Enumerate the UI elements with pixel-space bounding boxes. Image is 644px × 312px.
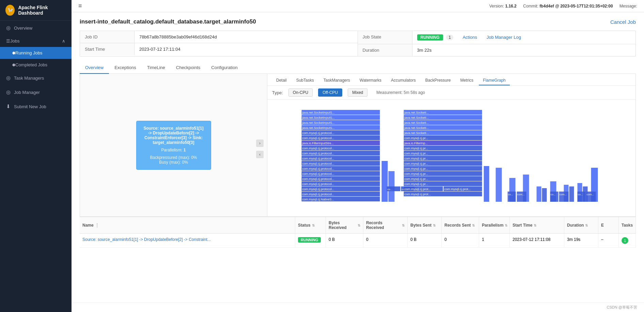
- svg-text:com.mysql.cj.protocol...: com.mysql.cj.protocol...: [302, 193, 334, 196]
- sidebar: 🐿 Apache Flink Dashboard ◎ Overview ☰ Jo…: [0, 0, 72, 312]
- col-e: E: [598, 217, 619, 233]
- sidebar-item-completed-jobs[interactable]: ⬤ Completed Jobs: [0, 59, 72, 71]
- svg-text:java.net.SocketInputS...: java.net.SocketInputS...: [302, 111, 335, 114]
- table-row: Source: source_alarminfo51[1] -> DropUpd…: [80, 234, 636, 248]
- job-node-title: Source: source_alarminfo51[1] -> DropUpd…: [143, 126, 205, 145]
- col-tasks: Tasks: [619, 217, 636, 233]
- sidebar-item-overview[interactable]: ◎ Overview: [0, 21, 72, 35]
- table-header: Name ⋮ Status ⇅ Bytes Received ⇅ Records…: [80, 217, 636, 234]
- job-state-value: RUNNING 1 Actions Job Manager Log: [412, 31, 636, 44]
- message-label: Message:: [619, 4, 637, 9]
- col-status: Status ⇅: [295, 217, 326, 233]
- svg-text:co...: co...: [508, 193, 513, 196]
- tab-timeline[interactable]: TimeLine: [142, 62, 171, 74]
- svg-text:com.mysql.cj.pr...: com.mysql.cj.pr...: [405, 162, 428, 165]
- status-sort-icon: ⇅: [312, 224, 315, 227]
- tab-metrics[interactable]: Metrics: [456, 76, 477, 85]
- commit-value: fb4d4ef @ 2023-05-17T12:01:35+02:00: [539, 4, 613, 9]
- start-time-row: Start Time 2023-07-12 17:11:04: [80, 43, 358, 55]
- tab-checkpoints[interactable]: Checkpoints: [171, 62, 206, 74]
- svg-text:co...: co...: [578, 193, 583, 196]
- type-on-cpu-button[interactable]: On-CPU: [288, 88, 313, 97]
- svg-text:com.mysql.cj.NativeS...: com.mysql.cj.NativeS...: [302, 198, 334, 201]
- sidebar-jobs-label: Jobs: [10, 38, 19, 44]
- sidebar-item-submit-new-job[interactable]: ⬇ Submit New Job: [0, 99, 72, 114]
- row-records-sent: 0: [442, 234, 479, 247]
- row-records-received: 0: [363, 234, 408, 247]
- tab-configuration[interactable]: Configuration: [206, 62, 243, 74]
- running-jobs-label: Running Jobs: [15, 50, 43, 55]
- tab-subtasks[interactable]: SubTasks: [292, 76, 318, 85]
- col-records-sent: Records Sent ⇅: [442, 217, 479, 233]
- arrow-up-button[interactable]: ›: [256, 139, 264, 147]
- start-time-label: Start Time: [80, 43, 135, 55]
- svg-text:com.mysql.cj.protocol...: com.mysql.cj.protocol...: [302, 187, 334, 191]
- job-graph-panel: Source: source_alarminfo51[1] -> DropUpd…: [80, 74, 267, 216]
- sidebar-item-label: Overview: [14, 26, 32, 31]
- type-label: Type:: [272, 90, 283, 95]
- col-records-received: Records Received ⇅: [363, 217, 408, 233]
- completed-jobs-label: Completed Jobs: [15, 62, 47, 67]
- svg-text:com.mysql.cj.pr...: com.mysql.cj.pr...: [405, 136, 428, 140]
- start-time-value: 2023-07-12 17:11:04: [135, 43, 358, 55]
- row-bytes-received: 0 B: [326, 234, 363, 247]
- detail-tabs: Detail SubTasks TaskManagers Watermarks …: [267, 74, 635, 86]
- sidebar-item-running-jobs[interactable]: ⬤ Running Jobs: [0, 47, 72, 59]
- col-bytes-sent: Bytes Sent ⇅: [408, 217, 442, 233]
- arrow-down-button[interactable]: ‹: [256, 151, 264, 158]
- row-name-link[interactable]: Source: source_alarminfo51[1] -> DropUpd…: [82, 237, 211, 242]
- svg-text:java.net.SocketI...: java.net.SocketI...: [404, 121, 429, 125]
- actions-link[interactable]: Actions: [462, 35, 477, 40]
- jm-log-link[interactable]: Job Manager Log: [487, 35, 521, 40]
- row-duration: 3m 19s: [564, 234, 598, 247]
- svg-text:com.mysql.cj.protocol...: com.mysql.cj.protocol...: [302, 152, 334, 155]
- job-node[interactable]: Source: source_alarminfo51[1] -> DropUpd…: [136, 121, 211, 170]
- flamegraph-controls: Type: On-CPU Off-CPU Mixed Measurement: …: [267, 86, 635, 100]
- svg-text:com.mysql.cj.protocol...: com.mysql.cj.protocol...: [302, 136, 334, 140]
- svg-rect-36: [382, 161, 388, 202]
- row-start-time: 2023-07-12 17:11:08: [510, 234, 564, 247]
- svg-text:com...: com...: [587, 193, 594, 196]
- job-state-label: Job State: [358, 31, 412, 44]
- task-managers-icon: ◎: [6, 75, 11, 81]
- sidebar-item-jobs[interactable]: ☰ Jobs ∧: [0, 35, 72, 47]
- busy-stat: Busy (max): 0%: [143, 160, 205, 165]
- svg-text:java.net.SocketI...: java.net.SocketI...: [404, 126, 429, 130]
- tab-flamegraph[interactable]: FlameGraph: [479, 76, 510, 85]
- svg-text:java.io.FilterInp...: java.io.FilterInp...: [404, 142, 428, 145]
- job-id-label: Job ID: [80, 31, 135, 43]
- col-name-menu[interactable]: ⋮: [95, 223, 99, 228]
- running-jobs-icon: ⬤: [12, 51, 15, 54]
- tab-accumulators[interactable]: Accumulators: [387, 76, 420, 85]
- svg-text:com.mysql.cj.protocol...: com.mysql.cj.protocol...: [302, 147, 334, 150]
- tab-taskmanagers[interactable]: TaskManagers: [319, 76, 354, 85]
- tab-overview[interactable]: Overview: [80, 62, 109, 74]
- type-off-cpu-button[interactable]: Off-CPU: [318, 88, 342, 97]
- tab-backpressure[interactable]: BackPressure: [421, 76, 455, 85]
- svg-text:com.mysql.cj.prot...: com.mysql.cj.prot...: [405, 187, 431, 191]
- svg-text:co...: co...: [388, 188, 393, 191]
- sidebar-item-task-managers[interactable]: ◎ Task Managers: [0, 71, 72, 85]
- main-panel: ≡ Version: 1.16.2 Commit: fb4d4ef @ 2023…: [72, 0, 644, 312]
- job-node-parallelism: Parallelism: 1: [143, 148, 205, 152]
- col-parallelism: Parallelism ⇅: [479, 217, 510, 233]
- type-mixed-button[interactable]: Mixed: [348, 88, 367, 97]
- svg-text:com.mysql.cj.protocol...: com.mysql.cj.protocol...: [302, 177, 334, 181]
- tab-watermarks[interactable]: Watermarks: [356, 76, 386, 85]
- tab-detail[interactable]: Detail: [272, 76, 291, 85]
- duration-label: Duration: [358, 44, 412, 56]
- menu-icon[interactable]: ≡: [78, 2, 82, 10]
- svg-text:com...: com...: [517, 193, 525, 196]
- col-name: Name ⋮: [80, 217, 295, 233]
- backpressured-stat: Backpressured (max): 0%: [143, 155, 205, 160]
- svg-text:java.net.SocketInputS...: java.net.SocketInputS...: [302, 121, 335, 125]
- svg-rect-82: [537, 186, 541, 202]
- completed-jobs-icon: ⬤: [12, 63, 15, 66]
- tab-exceptions[interactable]: Exceptions: [109, 62, 142, 74]
- version-value: 1.16.2: [505, 4, 516, 9]
- records-sent-sort-icon: ⇅: [472, 224, 475, 227]
- content-area: insert-into_default_catalog.default_data…: [72, 12, 644, 302]
- cancel-job-button[interactable]: Cancel Job: [610, 19, 636, 25]
- sidebar-item-job-manager[interactable]: ◎ Job Manager: [0, 85, 72, 99]
- row-status-badge: RUNNING: [298, 237, 321, 243]
